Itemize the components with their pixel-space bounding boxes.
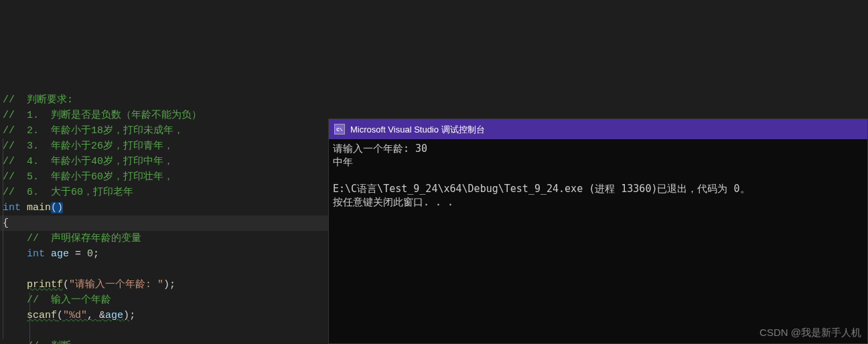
comment-line: // 2. 年龄小于18岁，打印未成年，	[3, 125, 184, 137]
operator-assign: =	[69, 248, 87, 260]
console-line: 请输入一个年龄: 30	[333, 143, 427, 155]
paren-close: )	[123, 310, 129, 321]
comment-line: // 判断要求:	[3, 94, 73, 106]
comment-line: // 输入一个年龄	[27, 294, 111, 306]
comment-line: // 3. 年龄小于26岁，打印青年，	[3, 141, 173, 152]
console-titlebar[interactable]: C\ Microsoft Visual Studio 调试控制台	[329, 119, 867, 139]
comment-line: // 1. 判断是否是负数（年龄不能为负）	[3, 110, 202, 121]
function-printf: printf	[27, 279, 63, 290]
console-line: E:\C语言\Test_9_24\x64\Debug\Test_9_24.exe…	[333, 183, 750, 195]
debug-console-window[interactable]: C\ Microsoft Visual Studio 调试控制台 请输入一个年龄…	[328, 118, 868, 344]
string-prompt: "请输入一个年龄: "	[69, 279, 163, 290]
comment-line: // 判断	[27, 341, 71, 344]
paren-open: (	[51, 202, 57, 213]
variable-age: age	[51, 248, 69, 260]
paren-open: (	[57, 310, 63, 321]
vs-console-icon: C\	[334, 124, 345, 135]
function-main: main	[27, 202, 51, 213]
paren-close: )	[163, 279, 169, 290]
paren-open: (	[63, 279, 69, 290]
console-output[interactable]: 请输入一个年龄: 30 中年 E:\C语言\Test_9_24\x64\Debu…	[329, 139, 867, 211]
code-editor[interactable]: // 判断要求: // 1. 判断是否是负数（年龄不能为负） // 2. 年龄小…	[0, 0, 328, 344]
number-zero: 0	[87, 248, 93, 260]
console-line: 按任意键关闭此窗口. . .	[333, 196, 453, 208]
keyword-int: int	[27, 248, 45, 260]
comment-line: // 4. 年龄小于40岁，打印中年，	[3, 156, 173, 167]
comment-line: // 声明保存年龄的变量	[27, 233, 141, 244]
code-content: // 判断要求: // 1. 判断是否是负数（年龄不能为负） // 2. 年龄小…	[3, 77, 328, 344]
semicolon: ;	[129, 310, 135, 321]
csdn-watermark: CSDN @我是新手人机	[760, 325, 861, 340]
console-title: Microsoft Visual Studio 调试控制台	[350, 122, 485, 137]
keyword-int: int	[3, 202, 21, 213]
string-format: "%d"	[63, 310, 87, 321]
comment-line: // 6. 大于60，打印老年	[3, 187, 133, 198]
brace-open: {	[3, 218, 9, 229]
semicolon: ;	[93, 248, 99, 260]
semicolon: ;	[169, 279, 175, 290]
variable-age: age	[105, 310, 123, 321]
comment-line: // 5. 年龄小于60岁，打印壮年，	[3, 171, 173, 183]
console-line: 中年	[333, 156, 353, 168]
comma: ,	[87, 310, 99, 321]
paren-close: )	[57, 202, 63, 213]
function-scanf: scanf	[27, 310, 57, 321]
operator-addressof: &	[99, 310, 105, 321]
